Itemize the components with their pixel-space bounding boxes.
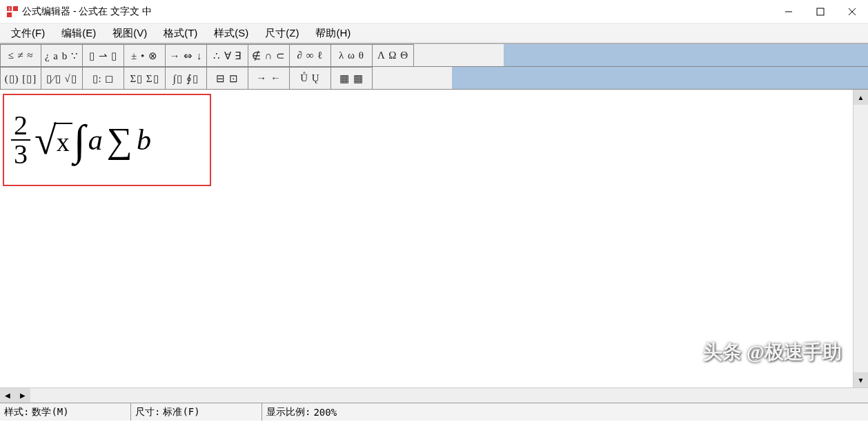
palette-arrows[interactable]: → ⇔ ↓	[166, 44, 207, 67]
palette-relations[interactable]: ≤ ≠ ≈	[0, 44, 41, 67]
scroll-left-arrow-icon[interactable]: ◀	[0, 388, 15, 403]
titlebar: Σ 公式编辑器 - 公式在 文字文 中	[0, 0, 868, 23]
summand-variable[interactable]: b	[137, 123, 151, 157]
equation-canvas[interactable]: 2 3 √ x ∫ a ∑ b 头条 @极速手助	[0, 90, 853, 387]
svg-rect-5	[817, 8, 824, 15]
fraction[interactable]: 2 3	[11, 112, 30, 168]
menu-format[interactable]: 格式(T)	[155, 24, 206, 43]
menu-help[interactable]: 帮助(H)	[307, 24, 359, 43]
toolbar: ≤ ≠ ≈ ¿ a b ∵ ▯ ⇀ ▯ ± • ⊗ → ⇔ ↓ ∴ ∀ ∃ ∉ …	[0, 44, 868, 90]
template-products[interactable]: Ů Ų	[290, 67, 331, 90]
template-arrows[interactable]: → ←	[248, 67, 290, 90]
status-style-label: 样式:	[4, 406, 29, 418]
palette-greek-upper[interactable]: Λ Ω Θ	[373, 44, 414, 67]
app-icon: Σ	[7, 6, 18, 17]
hscroll-track[interactable]	[30, 388, 868, 403]
palette-misc[interactable]: ∂ ∞ ℓ	[290, 44, 331, 67]
menu-edit[interactable]: 编辑(E)	[53, 24, 104, 43]
fraction-numerator[interactable]: 2	[11, 112, 30, 141]
minimize-button[interactable]	[773, 0, 805, 23]
menu-size[interactable]: 尺寸(Z)	[257, 24, 307, 43]
palette-set-theory[interactable]: ∉ ∩ ⊂	[248, 44, 290, 67]
palette-operators[interactable]: ± • ⊗	[124, 44, 166, 67]
svg-rect-2	[7, 12, 12, 17]
integrand-variable[interactable]: a	[88, 123, 103, 157]
template-matrices[interactable]: ▦ ▦	[331, 67, 373, 90]
svg-rect-1	[13, 6, 18, 11]
status-size-value: 标准(F)	[163, 406, 199, 418]
formula-highlight-box: 2 3 √ x ∫ a ∑ b	[3, 94, 211, 186]
status-zoom: 显示比例: 200%	[262, 403, 868, 421]
status-zoom-label: 显示比例:	[266, 406, 310, 418]
status-size: 尺寸: 标准(F)	[131, 403, 262, 421]
menu-style[interactable]: 样式(S)	[206, 24, 257, 43]
template-sums[interactable]: Σ▯ Σ▯	[124, 67, 166, 90]
template-fences[interactable]: (▯) [▯]	[0, 67, 41, 90]
status-style: 样式: 数学(M)	[0, 403, 131, 421]
status-style-value: 数学(M)	[32, 406, 68, 418]
template-bars[interactable]: ⊟ ⊡	[207, 67, 248, 90]
vscroll-track[interactable]	[854, 105, 868, 372]
menu-view[interactable]: 视图(V)	[104, 24, 155, 43]
palette-logic[interactable]: ∴ ∀ ∃	[207, 44, 248, 67]
palette-greek-lower[interactable]: λ ω θ	[331, 44, 373, 67]
window-title: 公式编辑器 - 公式在 文字文 中	[22, 6, 152, 18]
maximize-button[interactable]	[805, 0, 836, 23]
template-fractions[interactable]: ▯⁄▯ √▯	[41, 67, 83, 90]
square-root[interactable]: √ x	[34, 117, 72, 163]
scroll-down-arrow-icon[interactable]: ▼	[854, 372, 868, 387]
menubar: 文件(F) 编辑(E) 视图(V) 格式(T) 样式(S) 尺寸(Z) 帮助(H…	[0, 23, 868, 44]
fraction-denominator[interactable]: 3	[11, 141, 30, 168]
formula[interactable]: 2 3 √ x ∫ a ∑ b	[11, 112, 152, 168]
integral-icon: ∫	[74, 116, 86, 165]
summation-icon: ∑	[107, 120, 132, 161]
svg-text:Σ: Σ	[8, 7, 11, 11]
template-subsup[interactable]: ▯: ◻	[83, 67, 124, 90]
vertical-scrollbar[interactable]: ▲ ▼	[853, 90, 868, 387]
watermark: 头条 @极速手助	[703, 339, 842, 365]
palette-spaces[interactable]: ¿ a b ∵	[41, 44, 83, 67]
horizontal-scrollbar[interactable]: ◀ ▶	[0, 387, 868, 403]
status-size-label: 尺寸:	[135, 406, 160, 418]
template-integrals[interactable]: ∫▯ ∮▯	[166, 67, 207, 90]
palette-embellish[interactable]: ▯ ⇀ ▯	[83, 44, 124, 67]
close-button[interactable]	[836, 0, 868, 23]
radicand[interactable]: x	[54, 123, 72, 157]
menu-file[interactable]: 文件(F)	[3, 24, 53, 43]
scroll-right-arrow-icon[interactable]: ▶	[15, 388, 30, 403]
scroll-up-arrow-icon[interactable]: ▲	[854, 90, 868, 105]
status-zoom-value: 200%	[313, 407, 337, 418]
equation-canvas-area: 2 3 √ x ∫ a ∑ b 头条 @极速手助 ▲ ▼	[0, 90, 868, 387]
statusbar: 样式: 数学(M) 尺寸: 标准(F) 显示比例: 200%	[0, 403, 868, 421]
